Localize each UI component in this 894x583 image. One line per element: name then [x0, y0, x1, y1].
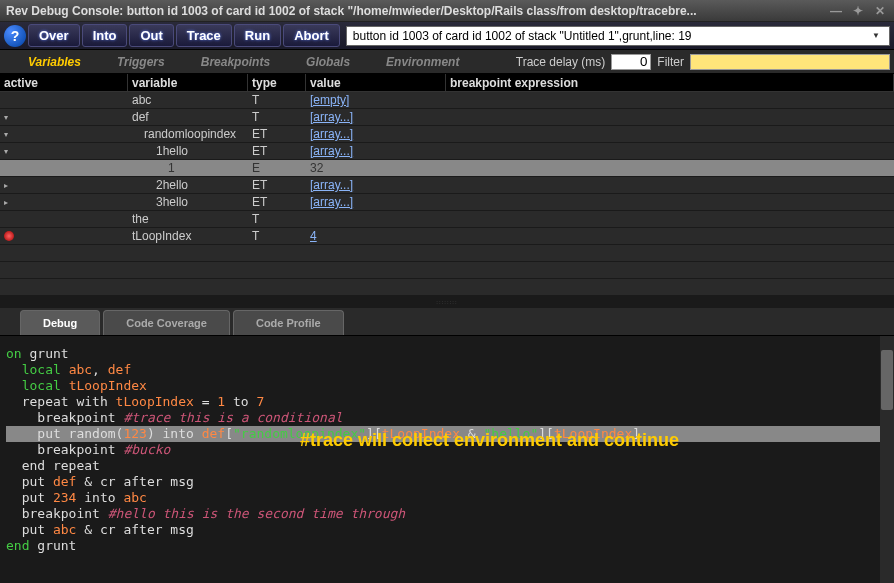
titlebar: Rev Debug Console: button id 1003 of car…: [0, 0, 894, 22]
variable-row[interactable]: ▾randomloopindexET[array...]: [0, 126, 894, 143]
col-active: active: [0, 74, 128, 91]
vertical-scrollbar[interactable]: [880, 336, 894, 583]
expand-icon[interactable]: ▾: [4, 130, 14, 139]
expand-icon[interactable]: ▾: [4, 147, 14, 156]
variable-type: ET: [248, 178, 306, 192]
variable-name: abc: [128, 93, 248, 107]
stack-field[interactable]: ▼: [346, 26, 890, 46]
variable-value[interactable]: [array...]: [306, 178, 446, 192]
variable-row[interactable]: 1E32: [0, 160, 894, 177]
variable-type: T: [248, 110, 306, 124]
tab-globals[interactable]: Globals: [288, 51, 368, 73]
annotation-text: #trace will collect environment and cont…: [300, 432, 679, 448]
tab-triggers[interactable]: Triggers: [99, 51, 183, 73]
variable-value[interactable]: [array...]: [306, 110, 446, 124]
variables-header: active variable type value breakpoint ex…: [0, 74, 894, 92]
col-value: value: [306, 74, 446, 91]
variable-value[interactable]: [array...]: [306, 127, 446, 141]
abort-button[interactable]: Abort: [283, 24, 340, 47]
trace-button[interactable]: Trace: [176, 24, 232, 47]
variable-name: randomloopindex: [128, 127, 248, 141]
window-title: Rev Debug Console: button id 1003 of car…: [6, 4, 828, 18]
variable-row[interactable]: tLoopIndexT4: [0, 228, 894, 245]
variable-type: ET: [248, 144, 306, 158]
empty-row: [0, 279, 894, 296]
variable-name: the: [128, 212, 248, 226]
variable-name: 3hello: [128, 195, 248, 209]
variable-value[interactable]: 4: [306, 229, 446, 243]
variable-name: 2hello: [128, 178, 248, 192]
trace-delay-input[interactable]: [611, 54, 651, 70]
close-icon[interactable]: ✕: [872, 3, 888, 19]
tab-environment[interactable]: Environment: [368, 51, 477, 73]
expand-icon[interactable]: ▾: [4, 113, 14, 122]
breakpoint-icon[interactable]: [4, 231, 14, 241]
scroll-thumb[interactable]: [881, 350, 893, 410]
expand-icon[interactable]: ▸: [4, 181, 14, 190]
filter-input[interactable]: [690, 54, 890, 70]
variable-name: 1hello: [128, 144, 248, 158]
help-icon[interactable]: ?: [4, 25, 26, 47]
code-area[interactable]: #trace will collect environment and cont…: [0, 336, 894, 583]
variable-type: T: [248, 212, 306, 226]
trace-delay-label: Trace delay (ms): [516, 55, 606, 69]
col-variable: variable: [128, 74, 248, 91]
col-bpexpr: breakpoint expression: [446, 74, 894, 91]
maximize-icon[interactable]: ✦: [850, 3, 866, 19]
col-type: type: [248, 74, 306, 91]
tab-breakpoints[interactable]: Breakpoints: [183, 51, 288, 73]
variable-row[interactable]: ▸3helloET[array...]: [0, 194, 894, 211]
variable-value[interactable]: [array...]: [306, 144, 446, 158]
variable-row[interactable]: ▸2helloET[array...]: [0, 177, 894, 194]
variable-name: tLoopIndex: [128, 229, 248, 243]
variable-row[interactable]: ▾defT[array...]: [0, 109, 894, 126]
stack-input[interactable]: [353, 29, 869, 43]
variable-type: ET: [248, 127, 306, 141]
tab-code-coverage[interactable]: Code Coverage: [103, 310, 230, 335]
tab-debug[interactable]: Debug: [20, 310, 100, 335]
variable-row[interactable]: theT: [0, 211, 894, 228]
variable-row[interactable]: ▾1helloET[array...]: [0, 143, 894, 160]
variable-value[interactable]: [empty]: [306, 93, 446, 107]
run-button[interactable]: Run: [234, 24, 281, 47]
out-button[interactable]: Out: [129, 24, 173, 47]
over-button[interactable]: Over: [28, 24, 80, 47]
tab-code-profile[interactable]: Code Profile: [233, 310, 344, 335]
splitter[interactable]: ::::::::: [0, 296, 894, 308]
empty-row: [0, 245, 894, 262]
variable-value[interactable]: [array...]: [306, 195, 446, 209]
minimize-icon[interactable]: —: [828, 3, 844, 19]
filter-label: Filter: [657, 55, 684, 69]
variable-type: T: [248, 93, 306, 107]
chevron-down-icon[interactable]: ▼: [869, 31, 883, 40]
variable-name: def: [128, 110, 248, 124]
variable-value: 32: [306, 161, 446, 175]
variable-row[interactable]: abcT[empty]: [0, 92, 894, 109]
toolbar: ? Over Into Out Trace Run Abort ▼: [0, 22, 894, 50]
panel-tabbar: Variables Triggers Breakpoints Globals E…: [0, 50, 894, 74]
variable-type: T: [248, 229, 306, 243]
variable-name: 1: [128, 161, 248, 175]
variable-type: ET: [248, 195, 306, 209]
tab-variables[interactable]: Variables: [10, 51, 99, 73]
empty-row: [0, 262, 894, 279]
into-button[interactable]: Into: [82, 24, 128, 47]
expand-icon[interactable]: ▸: [4, 198, 14, 207]
code-tabbar: Debug Code Coverage Code Profile: [0, 308, 894, 336]
variable-type: E: [248, 161, 306, 175]
variables-grid: abcT[empty]▾defT[array...]▾randomloopind…: [0, 92, 894, 296]
